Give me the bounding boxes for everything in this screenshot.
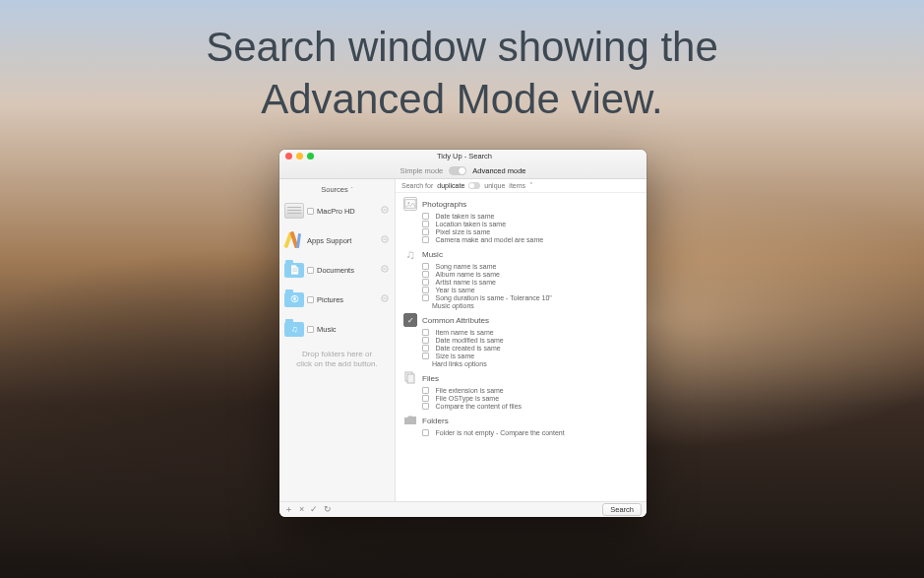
- checkbox[interactable]: [422, 287, 429, 293]
- checkbox[interactable]: [422, 294, 429, 301]
- music-options-link[interactable]: Music options: [422, 302, 639, 309]
- source-item-documents[interactable]: 📄 Documents: [279, 255, 395, 285]
- confirm-button[interactable]: ✓: [310, 505, 318, 514]
- source-item-music[interactable]: ♫ Music: [279, 314, 395, 344]
- checkbox[interactable]: [422, 387, 429, 394]
- source-checkbox[interactable]: [307, 296, 314, 303]
- add-button[interactable]: ＋: [284, 505, 293, 514]
- criteria-option[interactable]: Pixel size is same: [422, 228, 639, 235]
- criteria-option[interactable]: Date modified is same: [422, 337, 639, 344]
- criteria-option[interactable]: Date created is same: [422, 345, 639, 352]
- search-window: Tidy Up - Search Simple mode Advanced mo…: [279, 150, 647, 517]
- source-checkbox[interactable]: [307, 267, 314, 274]
- drop-hint-line: click on the add button.: [285, 359, 389, 369]
- source-item-pictures[interactable]: ⦿ Pictures: [279, 285, 395, 314]
- criteria-option[interactable]: Song duration is same - Tolerance 10": [422, 294, 639, 301]
- eject-icon[interactable]: [381, 294, 389, 304]
- filter-duplicate[interactable]: duplicate: [437, 182, 464, 189]
- source-checkbox[interactable]: [307, 208, 314, 215]
- checkbox[interactable]: [422, 353, 429, 359]
- search-button[interactable]: Search: [602, 503, 642, 516]
- criteria-panel: Search for duplicate unique items ˅: [396, 179, 647, 501]
- folder-pictures-icon: ⦿: [284, 292, 304, 307]
- filter-prefix: Search for: [401, 182, 433, 189]
- criteria-option[interactable]: File OSType is same: [422, 395, 639, 402]
- checkbox[interactable]: [422, 213, 429, 220]
- music-section-icon[interactable]: ♫: [403, 247, 417, 261]
- drop-hint: Drop folders here or click on the add bu…: [279, 350, 395, 370]
- mode-switch[interactable]: [449, 166, 466, 175]
- checkbox[interactable]: [422, 345, 429, 352]
- checkbox[interactable]: [422, 236, 429, 243]
- sources-sidebar: Sources MacPro HD Apps Support: [279, 179, 396, 501]
- headline-line1: Search window showing the: [0, 22, 924, 74]
- checkbox[interactable]: [422, 271, 429, 278]
- source-label: Music: [317, 325, 337, 334]
- criteria-option[interactable]: Artist name is same: [422, 279, 639, 286]
- source-label: MacPro HD: [317, 207, 355, 216]
- simple-mode-label[interactable]: Simple mode: [400, 166, 444, 175]
- photo-section-icon[interactable]: [403, 197, 417, 211]
- section-common: ✓ Common Attributes Item name is same Da…: [403, 313, 639, 367]
- criteria-option[interactable]: Album name is same: [422, 271, 639, 278]
- criteria-option[interactable]: Compare the content of files: [422, 403, 639, 410]
- titlebar: Tidy Up - Search Simple mode Advanced mo…: [279, 150, 647, 179]
- section-title: Folders: [422, 417, 449, 425]
- checkbox[interactable]: [422, 429, 429, 436]
- criteria-option[interactable]: Year is same: [422, 287, 639, 293]
- criteria-option[interactable]: Size is same: [422, 353, 639, 359]
- window-footer: ＋ × ✓ ↻ Search: [279, 501, 647, 517]
- criteria-option[interactable]: Location taken is same: [422, 221, 639, 227]
- checkbox[interactable]: [422, 337, 429, 344]
- criteria-option[interactable]: Song name is same: [422, 263, 639, 270]
- sources-header[interactable]: Sources: [279, 183, 395, 196]
- headline-line2: Advanced Mode view.: [0, 74, 924, 126]
- hardlinks-options-link[interactable]: Hard links options: [422, 360, 639, 367]
- checkbox[interactable]: [422, 263, 429, 270]
- refresh-button[interactable]: ↻: [324, 505, 332, 514]
- filter-unique[interactable]: unique: [484, 182, 505, 189]
- criteria-option[interactable]: Item name is same: [422, 329, 639, 336]
- criteria-option[interactable]: Folder is not empty - Compare the conten…: [422, 429, 639, 436]
- duplicate-unique-switch[interactable]: [468, 182, 480, 189]
- source-item-apps[interactable]: Apps Support: [279, 225, 395, 255]
- criteria-option[interactable]: File extension is same: [422, 387, 639, 394]
- svg-rect-7: [407, 374, 414, 383]
- checkbox[interactable]: [422, 395, 429, 402]
- folder-section-icon[interactable]: [403, 414, 417, 427]
- filter-suffix: items: [509, 182, 525, 189]
- section-files: Files File extension is same File OSType…: [403, 371, 639, 410]
- section-folders: Folders Folder is not empty - Compare th…: [403, 414, 639, 436]
- source-label: Pictures: [317, 295, 343, 304]
- folder-music-icon: ♫: [284, 322, 304, 337]
- criteria-option[interactable]: Camera make and model are same: [422, 236, 639, 243]
- chevron-down-icon[interactable]: ˅: [529, 182, 533, 190]
- checkbox[interactable]: [422, 279, 429, 286]
- criteria-option[interactable]: Date taken is same: [422, 213, 639, 220]
- checkbox[interactable]: [422, 221, 429, 227]
- section-title: Files: [422, 374, 439, 383]
- mode-toggle-bar: Simple mode Advanced mode: [279, 163, 647, 178]
- section-title: Photographs: [422, 200, 466, 209]
- drop-hint-line: Drop folders here or: [285, 350, 389, 359]
- eject-icon[interactable]: [381, 235, 389, 245]
- eject-icon[interactable]: [381, 265, 389, 275]
- section-title: Common Attributes: [422, 316, 489, 325]
- eject-icon[interactable]: [381, 206, 389, 216]
- files-section-icon[interactable]: [403, 371, 417, 385]
- checkbox[interactable]: [422, 228, 429, 235]
- page-headline: Search window showing the Advanced Mode …: [0, 22, 924, 125]
- source-item-macpro[interactable]: MacPro HD: [279, 196, 395, 225]
- source-checkbox[interactable]: [307, 326, 314, 333]
- search-filter-bar: Search for duplicate unique items ˅: [396, 179, 647, 193]
- apps-icon: [284, 230, 304, 250]
- harddrive-icon: [284, 203, 304, 219]
- svg-point-5: [407, 202, 409, 204]
- source-label: Apps Support: [307, 236, 351, 245]
- source-label: Documents: [317, 266, 354, 275]
- remove-button[interactable]: ×: [299, 505, 304, 514]
- common-section-icon[interactable]: ✓: [403, 313, 417, 327]
- checkbox[interactable]: [422, 403, 429, 410]
- advanced-mode-label[interactable]: Advanced mode: [472, 166, 525, 175]
- checkbox[interactable]: [422, 329, 429, 336]
